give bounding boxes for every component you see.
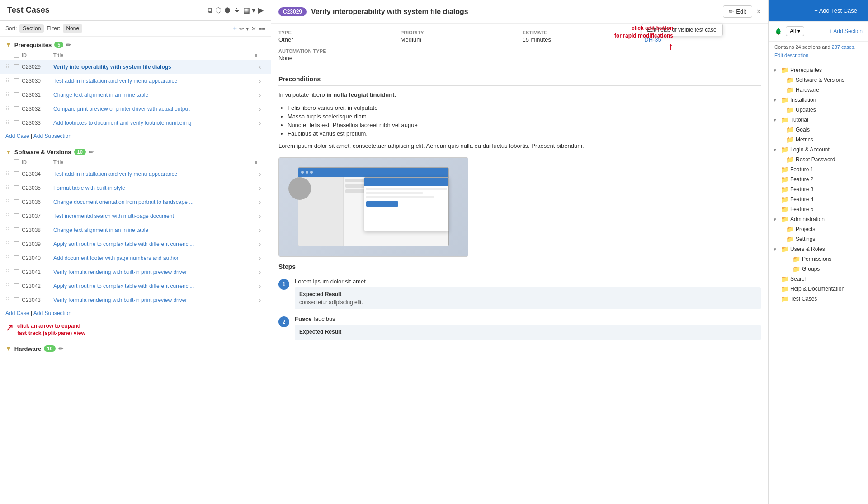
add-filter-icon[interactable]: + (233, 24, 237, 33)
checkbox-c23036[interactable] (14, 199, 19, 205)
drag-handle-c23030[interactable]: ⠿ (5, 78, 14, 84)
all-filter-button[interactable]: All ▾ (786, 26, 804, 36)
copy-icon[interactable]: ⧉ (208, 6, 212, 14)
tree-item-projects[interactable]: 📁 Projects (769, 224, 868, 234)
case-title-c23037[interactable]: Test incremental search with multi-page … (53, 213, 255, 219)
tree-item-feature5[interactable]: 📁 Feature 5 (769, 204, 868, 214)
drag-handle-c23040[interactable]: ⠿ (5, 255, 14, 261)
case-row-c23034[interactable]: ⠿ C23034 Test add-in installation and ve… (0, 167, 271, 181)
checkbox-c23029[interactable] (14, 64, 19, 70)
checkbox-c23043[interactable] (14, 297, 19, 303)
checkbox-c23034[interactable] (14, 171, 19, 177)
case-title-c23038[interactable]: Change text alignment in an inline table (53, 227, 255, 233)
tree-item-tutorial[interactable]: ▼ 📁 Tutorial (769, 115, 868, 125)
case-row-c23035[interactable]: ⠿ C23035 Format table with built-in styl… (0, 181, 271, 195)
tree-item-settings[interactable]: 📁 Settings (769, 234, 868, 244)
case-row-c23037[interactable]: ⠿ C23037 Test incremental search with mu… (0, 209, 271, 223)
case-title-c23029[interactable]: Verify interoperability with system file… (53, 64, 255, 70)
drag-handle-c23038[interactable]: ⠿ (5, 227, 14, 233)
add-case-link-software[interactable]: Add Case (5, 310, 29, 316)
expand-arrow-c23038[interactable]: › (255, 226, 265, 234)
expand-arrow-c23033[interactable]: › (255, 119, 265, 127)
group-icon[interactable]: ≡≡ (259, 25, 265, 32)
add-subsection-link-software[interactable]: Add Subsection (33, 310, 71, 316)
tree-item-login-account[interactable]: ▼ 📁 Login & Account (769, 145, 868, 155)
tree-item-feature2[interactable]: 📁 Feature 2 (769, 174, 868, 184)
import-icon[interactable]: ⬢ (224, 6, 231, 14)
checkbox-c23037[interactable] (14, 213, 19, 219)
section-edit-prerequisites[interactable]: ✏ (66, 42, 71, 48)
expand-arrow-c23035[interactable]: › (255, 184, 265, 192)
checkbox-c23033[interactable] (14, 120, 19, 126)
case-row-c23033[interactable]: ⠿ C23033 Add footnotes to document and v… (0, 116, 271, 130)
export-icon[interactable]: ⬡ (215, 6, 222, 14)
tree-item-software-versions[interactable]: 📁 Software & Versions (769, 75, 868, 85)
drag-handle-c23031[interactable]: ⠿ (5, 92, 14, 98)
edit-filter-icon[interactable]: ✏ ▾ (239, 25, 249, 32)
case-title-c23032[interactable]: Compare print preview of printer driver … (53, 106, 255, 112)
case-title-c23034[interactable]: Test add-in installation and verify menu… (53, 171, 255, 177)
expand-arrow-c23039[interactable]: › (255, 240, 265, 248)
checkbox-c23039[interactable] (14, 241, 19, 247)
case-row-c23036[interactable]: ⠿ C23036 Change document orientation fro… (0, 195, 271, 209)
case-row-c23040[interactable]: ⠿ C23040 Add document footer with page n… (0, 251, 271, 265)
close-button[interactable]: × (757, 8, 761, 16)
case-title-c23033[interactable]: Add footnotes to document and verify foo… (53, 120, 255, 126)
expand-arrow-c23043[interactable]: › (255, 297, 265, 304)
case-title-c23030[interactable]: Test add-in installation and verify menu… (53, 78, 255, 84)
drag-handle-c23039[interactable]: ⠿ (5, 241, 14, 247)
expand-arrow-c23036[interactable]: › (255, 198, 265, 206)
tree-item-feature4[interactable]: 📁 Feature 4 (769, 194, 868, 204)
play-icon[interactable]: ▶ (258, 6, 264, 14)
cases-count-link[interactable]: 237 cases (832, 44, 854, 50)
add-case-link-prerequisites[interactable]: Add Case (5, 133, 29, 139)
expand-arrow-c23040[interactable]: › (255, 254, 265, 262)
drag-handle-c23043[interactable]: ⠿ (5, 297, 14, 303)
tree-item-goals[interactable]: 📁 Goals (769, 125, 868, 135)
clear-filter-icon[interactable]: ✕ (251, 25, 256, 32)
add-test-case-button[interactable]: + Add Test Case (809, 5, 863, 17)
tree-item-updates[interactable]: 📁 Updates (769, 105, 868, 115)
case-row-c23039[interactable]: ⠿ C23039 Apply sort routine to complex t… (0, 237, 271, 251)
checkbox-c23030[interactable] (14, 78, 19, 84)
case-row-c23041[interactable]: ⠿ C23041 Verify formula rendering with b… (0, 265, 271, 279)
section-edit-hardware[interactable]: ✏ (58, 345, 63, 352)
expand-arrow-c23032[interactable]: › (255, 105, 265, 113)
tree-item-hardware[interactable]: 📁 Hardware (769, 85, 868, 95)
expand-arrow-c23031[interactable]: › (255, 91, 265, 99)
drag-handle-c23036[interactable]: ⠿ (5, 199, 14, 205)
expand-arrow-c23029[interactable]: ‹ (255, 63, 265, 71)
checkbox-c23032[interactable] (14, 106, 19, 112)
case-title-c23039[interactable]: Apply sort routine to complex table with… (53, 241, 255, 247)
sort-value[interactable]: Section (19, 24, 44, 33)
add-subsection-link-prerequisites[interactable]: Add Subsection (33, 133, 71, 139)
drag-handle-c23042[interactable]: ⠿ (5, 283, 14, 289)
expand-arrow-c23030[interactable]: › (255, 77, 265, 85)
case-title-c23041[interactable]: Verify formula rendering with built-in p… (53, 269, 255, 275)
case-row-c23030[interactable]: ⠿ C23030 Test add-in installation and ve… (0, 74, 271, 88)
drag-handle-c23032[interactable]: ⠿ (5, 106, 14, 112)
checkbox-c23040[interactable] (14, 255, 19, 261)
drag-handle-c23041[interactable]: ⠿ (5, 269, 14, 275)
case-title-c23040[interactable]: Add document footer with page numbers an… (53, 255, 255, 261)
checkbox-c23031[interactable] (14, 92, 19, 98)
drag-handle-c23033[interactable]: ⠿ (5, 120, 14, 126)
checkbox-c23041[interactable] (14, 269, 19, 275)
case-row-c23038[interactable]: ⠿ C23038 Change text alignment in an inl… (0, 223, 271, 237)
tree-item-metrics[interactable]: 📁 Metrics (769, 135, 868, 145)
tree-item-search[interactable]: 📁 Search (769, 274, 868, 284)
checkbox-c23042[interactable] (14, 283, 19, 289)
tree-item-users-roles[interactable]: ▼ 📁 Users & Roles (769, 244, 868, 254)
case-row-c23029[interactable]: ⠿ C23029 Verify interoperability with sy… (0, 60, 271, 74)
edit-button[interactable]: ✏ Edit (723, 5, 752, 18)
filter-value[interactable]: None (63, 24, 82, 33)
case-row-c23043[interactable]: ⠿ C23043 Verify formula rendering with b… (0, 293, 271, 307)
print-icon[interactable]: 🖨 (233, 6, 241, 14)
section-edit-software[interactable]: ✏ (89, 149, 94, 155)
tree-item-prerequisites[interactable]: ▼ 📁 Prerequisites (769, 65, 868, 75)
case-row-c23032[interactable]: ⠿ C23032 Compare print preview of printe… (0, 102, 271, 116)
tree-item-feature3[interactable]: 📁 Feature 3 (769, 184, 868, 194)
drag-handle-c23029[interactable]: ⠿ (5, 64, 14, 70)
case-title-c23031[interactable]: Change text alignment in an inline table (53, 92, 255, 98)
case-title-c23043[interactable]: Verify formula rendering with built-in p… (53, 297, 255, 303)
